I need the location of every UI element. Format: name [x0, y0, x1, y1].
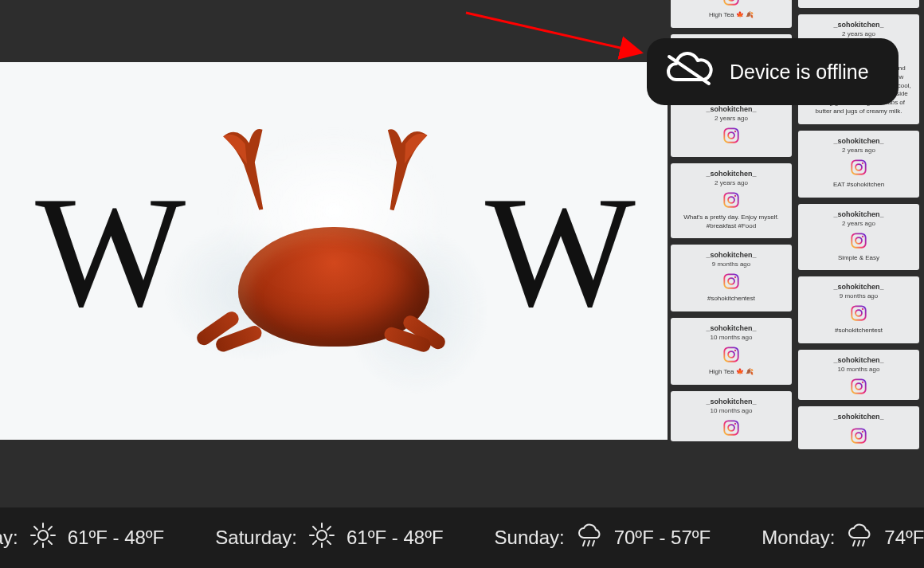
feed-card[interactable]: _sohokitchen_2 years ago [671, 99, 792, 157]
feed-card[interactable]: _sohokitchen_2 years agoEAT #sohokitchen [798, 131, 919, 198]
instagram-icon [722, 0, 740, 8]
feed-timestamp: 9 months ago [840, 292, 878, 300]
feed-caption: EAT #sohokitchen [830, 181, 887, 190]
sun-icon [308, 522, 335, 554]
instagram-icon [722, 419, 740, 438]
feed-card[interactable] [798, 0, 919, 8]
feed-username: _sohokitchen_ [833, 21, 883, 29]
feed-card[interactable]: _sohokitchen_ [798, 406, 919, 449]
weather-bar: iday:61ºF - 48ºFSaturday:61ºF - 48ºFSund… [0, 507, 924, 568]
instagram-icon [850, 427, 867, 446]
feed-username: _sohokitchen_ [706, 105, 756, 113]
instagram-icon [722, 127, 740, 146]
weather-day: iday:61ºF - 48ºF [0, 522, 164, 554]
feed-username: _sohokitchen_ [706, 170, 756, 178]
feed-timestamp: 10 months ago [711, 334, 753, 341]
weather-day: Sunday:70ºF - 57ºF [495, 522, 711, 554]
instagram-icon [850, 232, 867, 251]
feed-username: _sohokitchen_ [706, 251, 756, 259]
instagram-icon [850, 304, 867, 323]
crab-graphic [214, 131, 453, 370]
feed-username: _sohokitchen_ [833, 413, 883, 421]
instagram-icon [722, 272, 740, 292]
feed-caption: Simple & Easy [835, 254, 883, 263]
hero-wow-graphic: W W [0, 62, 668, 440]
feed-card[interactable]: _sohokitchen_9 months ago#sohokitchentes… [671, 245, 792, 311]
instagram-icon [850, 378, 867, 397]
offline-toast: Device is offline [647, 38, 899, 105]
weather-day: Monday:74ºF - 67 [762, 522, 924, 554]
feed-caption: #sohokitchentest [832, 327, 886, 335]
sun-icon [29, 522, 57, 554]
hero-image: W W [0, 62, 668, 440]
feed-card[interactable]: _sohokitchen_10 months agoHigh Tea 🍁 🍂 [671, 318, 792, 385]
weather-temp: 70ºF - 57ºF [614, 527, 711, 549]
weather-temp: 61ºF - 48ºF [346, 527, 444, 549]
feed-username: _sohokitchen_ [706, 398, 756, 405]
feed-card[interactable]: _sohokitchen_2 years agoWhat's a pretty … [671, 163, 792, 239]
feed-card[interactable]: _sohokitchen_10 months ago [671, 391, 792, 441]
weather-day-label: Sunday: [495, 527, 565, 549]
feed-timestamp: 10 months ago [838, 366, 880, 373]
weather-temp: 74ºF - 67 [884, 527, 924, 549]
weather-day-label: Monday: [762, 527, 835, 549]
offline-toast-text: Device is offline [730, 61, 869, 84]
rain-icon [846, 522, 873, 554]
feed-username: _sohokitchen_ [833, 356, 883, 364]
weather-temp: 61ºF - 48ºF [68, 527, 165, 549]
svg-line-1 [466, 13, 641, 53]
feed-timestamp: 2 years ago [715, 179, 748, 186]
feed-username: _sohokitchen_ [706, 324, 756, 332]
feed-caption: What's a pretty day. Enjoy myself. #brea… [675, 213, 787, 231]
feed-username: _sohokitchen_ [833, 283, 883, 291]
feed-timestamp: 2 years ago [715, 115, 748, 122]
weather-day: Saturday:61ºF - 48ºF [215, 522, 443, 554]
cloud-offline-icon [664, 52, 715, 92]
feed-card[interactable]: _sohokitchen_2 years agoSimple & Easy [798, 204, 919, 271]
feed-card[interactable]: _sohokitchen_10 months ago [798, 350, 919, 400]
feed-caption: High Tea 🍁 🍂 [706, 368, 757, 377]
weather-day-label: Saturday: [215, 527, 297, 549]
instagram-icon [850, 159, 867, 178]
feed-username: _sohokitchen_ [833, 137, 883, 145]
instagram-icon [722, 346, 740, 365]
feed-timestamp: 10 months ago [711, 407, 753, 414]
annotation-arrow [462, 6, 653, 62]
rain-icon [576, 522, 603, 554]
feed-caption: High Tea 🍁 🍂 [706, 11, 757, 20]
feed-card[interactable]: _sohokitchen_9 months ago#sohokitchentes… [798, 276, 919, 343]
feed-username: _sohokitchen_ [833, 210, 883, 218]
weather-day-label: iday: [0, 527, 18, 549]
feed-timestamp: 2 years ago [842, 220, 875, 227]
feed-timestamp: 2 years ago [842, 30, 875, 37]
feed-card[interactable]: High Tea 🍁 🍂 [671, 0, 792, 28]
instagram-icon [722, 191, 740, 210]
feed-timestamp: 9 months ago [712, 260, 750, 268]
feed-caption: #sohokitchentest [704, 295, 758, 304]
feed-timestamp: 2 years ago [842, 147, 875, 154]
